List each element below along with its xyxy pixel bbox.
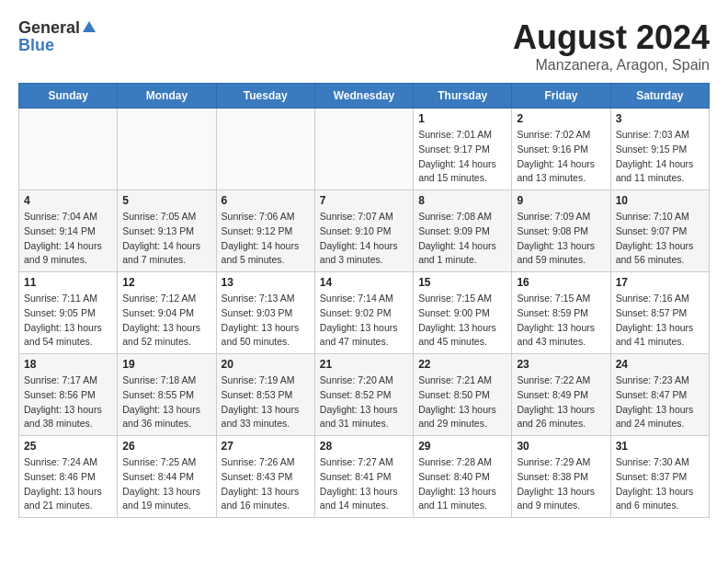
day-info: Sunrise: 7:24 AMSunset: 8:46 PMDaylight:… <box>24 455 112 513</box>
table-row: 23Sunrise: 7:22 AMSunset: 8:49 PMDayligh… <box>512 354 610 436</box>
day-info: Sunrise: 7:30 AMSunset: 8:37 PMDaylight:… <box>616 455 704 513</box>
day-number: 1 <box>418 112 506 125</box>
table-row: 30Sunrise: 7:29 AMSunset: 8:38 PMDayligh… <box>512 436 610 518</box>
day-info: Sunrise: 7:01 AMSunset: 9:17 PMDaylight:… <box>418 128 506 186</box>
day-info: Sunrise: 7:23 AMSunset: 8:47 PMDaylight:… <box>616 373 704 431</box>
day-info: Sunrise: 7:29 AMSunset: 8:38 PMDaylight:… <box>517 455 605 513</box>
logo-general-text: General <box>18 18 80 38</box>
day-number: 19 <box>122 358 210 371</box>
day-info: Sunrise: 7:04 AMSunset: 9:14 PMDaylight:… <box>24 210 112 268</box>
day-info: Sunrise: 7:20 AMSunset: 8:52 PMDaylight:… <box>320 373 408 431</box>
calendar-table: Sunday Monday Tuesday Wednesday Thursday… <box>18 83 710 518</box>
day-info: Sunrise: 7:12 AMSunset: 9:04 PMDaylight:… <box>122 292 210 350</box>
table-row: 18Sunrise: 7:17 AMSunset: 8:56 PMDayligh… <box>19 354 118 436</box>
day-info: Sunrise: 7:07 AMSunset: 9:10 PMDaylight:… <box>320 210 408 268</box>
day-number: 2 <box>517 112 605 125</box>
col-friday: Friday <box>512 84 610 109</box>
day-number: 24 <box>616 358 704 371</box>
calendar-week-4: 18Sunrise: 7:17 AMSunset: 8:56 PMDayligh… <box>19 354 710 436</box>
table-row: 2Sunrise: 7:02 AMSunset: 9:16 PMDaylight… <box>512 109 610 190</box>
day-info: Sunrise: 7:03 AMSunset: 9:15 PMDaylight:… <box>616 128 704 186</box>
table-row: 25Sunrise: 7:24 AMSunset: 8:46 PMDayligh… <box>19 436 118 518</box>
day-info: Sunrise: 7:17 AMSunset: 8:56 PMDaylight:… <box>24 373 112 431</box>
day-info: Sunrise: 7:26 AMSunset: 8:43 PMDaylight:… <box>222 455 310 513</box>
day-info: Sunrise: 7:10 AMSunset: 9:07 PMDaylight:… <box>616 210 704 268</box>
day-number: 21 <box>320 358 408 371</box>
table-row: 28Sunrise: 7:27 AMSunset: 8:41 PMDayligh… <box>314 436 413 518</box>
day-number: 15 <box>418 276 506 289</box>
day-info: Sunrise: 7:06 AMSunset: 9:12 PMDaylight:… <box>222 210 310 268</box>
table-row: 17Sunrise: 7:16 AMSunset: 8:57 PMDayligh… <box>610 272 709 354</box>
header: General Blue August 2024 Manzanera, Arag… <box>18 18 710 74</box>
day-number: 23 <box>517 358 605 371</box>
day-number: 16 <box>517 276 605 289</box>
calendar-week-2: 4Sunrise: 7:04 AMSunset: 9:14 PMDaylight… <box>19 190 710 272</box>
day-number: 27 <box>222 440 310 453</box>
table-row: 8Sunrise: 7:08 AMSunset: 9:09 PMDaylight… <box>414 190 512 272</box>
day-number: 9 <box>517 194 605 207</box>
day-info: Sunrise: 7:14 AMSunset: 9:02 PMDaylight:… <box>320 292 408 350</box>
day-number: 11 <box>24 276 112 289</box>
col-wednesday: Wednesday <box>314 84 413 109</box>
day-number: 20 <box>222 358 310 371</box>
day-info: Sunrise: 7:02 AMSunset: 9:16 PMDaylight:… <box>517 128 605 186</box>
day-info: Sunrise: 7:16 AMSunset: 8:57 PMDaylight:… <box>616 292 704 350</box>
location-subtitle: Manzanera, Aragon, Spain <box>513 57 710 74</box>
table-row: 5Sunrise: 7:05 AMSunset: 9:13 PMDaylight… <box>118 190 216 272</box>
table-row: 16Sunrise: 7:15 AMSunset: 8:59 PMDayligh… <box>512 272 610 354</box>
day-info: Sunrise: 7:13 AMSunset: 9:03 PMDaylight:… <box>222 292 310 350</box>
title-area: August 2024 Manzanera, Aragon, Spain <box>513 18 710 74</box>
table-row: 24Sunrise: 7:23 AMSunset: 8:47 PMDayligh… <box>610 354 709 436</box>
day-info: Sunrise: 7:08 AMSunset: 9:09 PMDaylight:… <box>418 210 506 268</box>
table-row: 12Sunrise: 7:12 AMSunset: 9:04 PMDayligh… <box>118 272 216 354</box>
table-row <box>118 109 216 190</box>
table-row <box>314 109 413 190</box>
day-number: 5 <box>122 194 210 207</box>
day-number: 26 <box>122 440 210 453</box>
day-info: Sunrise: 7:09 AMSunset: 9:08 PMDaylight:… <box>517 210 605 268</box>
table-row: 21Sunrise: 7:20 AMSunset: 8:52 PMDayligh… <box>314 354 413 436</box>
table-row: 15Sunrise: 7:15 AMSunset: 9:00 PMDayligh… <box>414 272 512 354</box>
day-number: 8 <box>418 194 506 207</box>
day-number: 25 <box>24 440 112 453</box>
day-number: 4 <box>24 194 112 207</box>
table-row: 3Sunrise: 7:03 AMSunset: 9:15 PMDaylight… <box>610 109 709 190</box>
table-row: 27Sunrise: 7:26 AMSunset: 8:43 PMDayligh… <box>216 436 314 518</box>
table-row: 9Sunrise: 7:09 AMSunset: 9:08 PMDaylight… <box>512 190 610 272</box>
day-number: 7 <box>320 194 408 207</box>
table-row: 31Sunrise: 7:30 AMSunset: 8:37 PMDayligh… <box>610 436 709 518</box>
day-info: Sunrise: 7:15 AMSunset: 9:00 PMDaylight:… <box>418 292 506 350</box>
calendar-week-3: 11Sunrise: 7:11 AMSunset: 9:05 PMDayligh… <box>19 272 710 354</box>
table-row: 6Sunrise: 7:06 AMSunset: 9:12 PMDaylight… <box>216 190 314 272</box>
day-number: 29 <box>418 440 506 453</box>
days-of-week-header: Sunday Monday Tuesday Wednesday Thursday… <box>19 84 710 109</box>
day-info: Sunrise: 7:27 AMSunset: 8:41 PMDaylight:… <box>320 455 408 513</box>
day-info: Sunrise: 7:25 AMSunset: 8:44 PMDaylight:… <box>122 455 210 513</box>
col-thursday: Thursday <box>414 84 512 109</box>
table-row: 13Sunrise: 7:13 AMSunset: 9:03 PMDayligh… <box>216 272 314 354</box>
table-row <box>19 109 118 190</box>
day-info: Sunrise: 7:18 AMSunset: 8:55 PMDaylight:… <box>122 373 210 431</box>
day-number: 18 <box>24 358 112 371</box>
table-row: 29Sunrise: 7:28 AMSunset: 8:40 PMDayligh… <box>414 436 512 518</box>
calendar-week-5: 25Sunrise: 7:24 AMSunset: 8:46 PMDayligh… <box>19 436 710 518</box>
day-number: 31 <box>616 440 704 453</box>
day-number: 12 <box>122 276 210 289</box>
day-number: 30 <box>517 440 605 453</box>
logo-blue-text: Blue <box>18 36 54 55</box>
col-tuesday: Tuesday <box>216 84 314 109</box>
logo: General Blue <box>18 18 96 55</box>
day-number: 6 <box>222 194 310 207</box>
table-row: 7Sunrise: 7:07 AMSunset: 9:10 PMDaylight… <box>314 190 413 272</box>
logo-triangle-icon <box>83 21 96 32</box>
table-row: 22Sunrise: 7:21 AMSunset: 8:50 PMDayligh… <box>414 354 512 436</box>
day-number: 28 <box>320 440 408 453</box>
table-row <box>216 109 314 190</box>
day-info: Sunrise: 7:28 AMSunset: 8:40 PMDaylight:… <box>418 455 506 513</box>
col-monday: Monday <box>118 84 216 109</box>
day-number: 3 <box>616 112 704 125</box>
day-info: Sunrise: 7:11 AMSunset: 9:05 PMDaylight:… <box>24 292 112 350</box>
table-row: 1Sunrise: 7:01 AMSunset: 9:17 PMDaylight… <box>414 109 512 190</box>
month-year-title: August 2024 <box>513 18 710 57</box>
table-row: 10Sunrise: 7:10 AMSunset: 9:07 PMDayligh… <box>610 190 709 272</box>
